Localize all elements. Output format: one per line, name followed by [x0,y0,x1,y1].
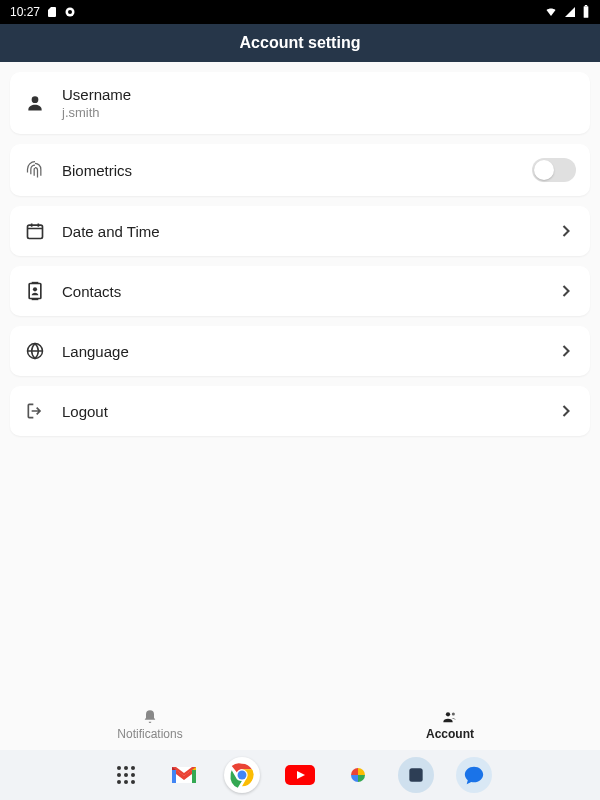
svg-point-24 [238,771,247,780]
setting-row-biometrics[interactable]: Biometrics [10,144,590,196]
signal-icon [564,6,576,18]
tab-account-label: Account [426,727,474,741]
chevron-right-icon [556,341,576,361]
svg-point-14 [124,766,128,770]
svg-rect-2 [584,6,589,18]
tab-notifications[interactable]: Notifications [0,700,300,750]
sdcard-icon [46,6,58,18]
settings-list: Username j.smith Biometrics Date and Tim… [0,62,600,456]
setting-row-language[interactable]: Language [10,326,590,376]
svg-point-7 [33,287,37,291]
circle-icon [64,6,76,18]
contacts-label: Contacts [62,283,556,300]
bell-icon [142,709,158,725]
setting-row-username[interactable]: Username j.smith [10,72,590,134]
svg-point-16 [117,773,121,777]
svg-point-20 [124,780,128,784]
svg-point-4 [32,96,39,103]
page-header: Account setting [0,24,600,62]
svg-point-11 [446,712,450,716]
battery-icon [582,5,590,19]
calendar-icon [24,220,46,242]
svg-point-1 [68,10,72,14]
biometrics-toggle[interactable] [532,158,576,182]
chrome-icon[interactable] [224,757,260,793]
wifi-icon [544,6,558,18]
globe-icon [24,340,46,362]
status-right-cluster [544,5,590,19]
setting-row-contacts[interactable]: Contacts [10,266,590,316]
tab-notifications-label: Notifications [117,727,182,741]
datetime-label: Date and Time [62,223,556,240]
android-dock [0,750,600,800]
chevron-right-icon [556,221,576,241]
person-icon [24,92,46,114]
username-label: Username [62,86,576,103]
google-photos-icon[interactable] [340,757,376,793]
setting-row-logout[interactable]: Logout [10,386,590,436]
app-drawer-icon[interactable] [108,757,144,793]
messages-icon[interactable] [456,757,492,793]
svg-point-18 [131,773,135,777]
svg-point-12 [452,712,455,715]
chevron-right-icon [556,401,576,421]
language-label: Language [62,343,556,360]
youtube-icon[interactable] [282,757,318,793]
svg-point-15 [131,766,135,770]
page-title: Account setting [240,34,361,52]
svg-rect-3 [585,5,587,6]
svg-point-17 [124,773,128,777]
svg-rect-9 [32,299,39,301]
svg-rect-5 [28,225,43,238]
logout-label: Logout [62,403,556,420]
svg-point-13 [117,766,121,770]
app-unknown-icon[interactable] [398,757,434,793]
tab-account[interactable]: Account [300,700,600,750]
svg-point-19 [117,780,121,784]
account-icon [442,709,458,725]
status-left-cluster: 10:27 [10,5,76,19]
svg-point-21 [131,780,135,784]
setting-row-datetime[interactable]: Date and Time [10,206,590,256]
fingerprint-icon [24,159,46,181]
bottom-tab-bar: Notifications Account [0,700,600,750]
svg-rect-26 [409,768,422,781]
username-value: j.smith [62,105,576,120]
biometrics-label: Biometrics [62,162,532,179]
svg-rect-8 [32,282,39,284]
logout-icon [24,400,46,422]
chevron-right-icon [556,281,576,301]
toggle-knob [534,160,554,180]
status-time: 10:27 [10,5,40,19]
gmail-icon[interactable] [166,757,202,793]
android-status-bar: 10:27 [0,0,600,24]
contacts-icon [24,280,46,302]
